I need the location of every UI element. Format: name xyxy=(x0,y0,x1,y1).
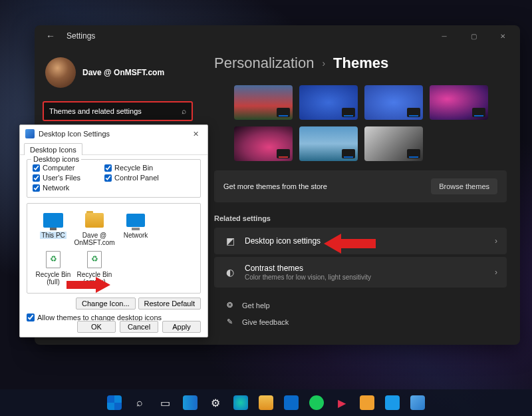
avatar xyxy=(45,57,76,88)
tab-desktop-icons[interactable]: Desktop Icons xyxy=(24,143,82,155)
apply-button[interactable]: Apply xyxy=(162,321,201,333)
taskview-icon: ▭ xyxy=(160,397,170,409)
icon-network[interactable]: Network xyxy=(115,209,156,248)
ok-button[interactable]: OK xyxy=(77,321,116,333)
link-label: Give feedback xyxy=(242,318,289,326)
feedback-icon: ✎ xyxy=(223,317,235,326)
maximize-button[interactable]: ▢ xyxy=(459,27,488,45)
contrast-themes-row[interactable]: ◐ Contrast themes Color themes for low v… xyxy=(214,257,507,288)
row-title: Contrast themes xyxy=(245,264,371,273)
svg-marker-1 xyxy=(66,277,110,293)
minimize-button[interactable]: ─ xyxy=(430,27,459,45)
search-input[interactable] xyxy=(49,107,182,115)
help-icon: ❂ xyxy=(223,301,235,310)
give-feedback-link[interactable]: ✎ Give feedback xyxy=(214,313,507,330)
dialog-titlebar: Desktop Icon Settings ✕ xyxy=(20,125,207,142)
edge-icon xyxy=(233,395,248,410)
search-icon: ⌕ xyxy=(182,106,186,116)
check-recycle-bin[interactable]: Recycle Bin xyxy=(104,164,159,172)
app-icon xyxy=(360,395,374,410)
annotation-arrow xyxy=(66,276,110,294)
related-settings-label: Related settings xyxy=(214,214,507,222)
taskbar-app[interactable] xyxy=(406,391,430,415)
breadcrumb-current: Themes xyxy=(333,55,388,72)
contrast-icon: ◐ xyxy=(223,266,237,279)
breadcrumb-parent[interactable]: Personalization xyxy=(214,55,314,72)
svg-marker-0 xyxy=(324,234,376,254)
taskbar-search[interactable]: ⌕ xyxy=(128,391,152,415)
dialog-close-button[interactable]: ✕ xyxy=(186,128,205,140)
dialog-title: Desktop Icon Settings xyxy=(39,130,110,138)
gear-icon: ⚙ xyxy=(211,397,220,409)
taskbar-explorer[interactable] xyxy=(254,391,278,415)
taskbar-edge[interactable] xyxy=(229,391,253,415)
settings-content: Personalization › Themes Get more themes… xyxy=(201,47,520,345)
close-button[interactable]: ✕ xyxy=(488,27,517,45)
change-icon-button[interactable]: Change Icon... xyxy=(76,298,136,310)
check-network[interactable]: Network xyxy=(33,184,80,192)
row-title: Desktop icon settings xyxy=(245,236,321,246)
taskbar-spotify[interactable] xyxy=(305,391,329,415)
user-profile[interactable]: Dave @ OnMSFT.com xyxy=(43,57,193,88)
folder-icon xyxy=(259,395,273,410)
desktop-icon-settings-dialog: Desktop Icon Settings ✕ Desktop Icons De… xyxy=(19,124,208,337)
taskbar-mail[interactable] xyxy=(279,391,303,415)
dialog-footer: OK Cancel Apply xyxy=(77,321,201,333)
theme-thumbnail[interactable] xyxy=(364,126,423,161)
theme-thumbnail[interactable] xyxy=(234,126,293,161)
themes-store-row: Get more themes from the store Browse th… xyxy=(214,170,507,202)
theme-thumbnail[interactable] xyxy=(364,85,423,120)
mail-icon xyxy=(284,395,299,410)
cancel-button[interactable]: Cancel xyxy=(120,321,158,333)
window-titlebar: ← Settings ─ ▢ ✕ xyxy=(35,25,520,47)
check-users-files[interactable]: User's Files xyxy=(33,174,80,182)
theme-thumbnail[interactable] xyxy=(299,85,358,120)
spotify-icon xyxy=(309,395,324,410)
get-help-link[interactable]: ❂ Get help xyxy=(214,297,507,313)
dialog-icon xyxy=(25,129,35,138)
theme-thumbnail[interactable] xyxy=(430,85,488,120)
dialog-tabs: Desktop Icons xyxy=(20,142,207,155)
annotation-arrow xyxy=(324,232,376,255)
chevron-right-icon: › xyxy=(322,58,325,69)
taskbar-taskview[interactable]: ▭ xyxy=(153,391,177,415)
twitter-icon xyxy=(385,395,400,410)
widgets-icon xyxy=(183,395,198,410)
taskbar: ⌕ ▭ ⚙ ▶ xyxy=(0,389,532,416)
store-label: Get more themes from the store xyxy=(223,182,327,190)
group-label: Desktop icons xyxy=(31,155,81,163)
check-control-panel[interactable]: Control Panel xyxy=(104,174,159,182)
settings-search[interactable]: ⌕ xyxy=(43,101,193,121)
restore-default-button[interactable]: Restore Default xyxy=(138,298,201,310)
desktop-icons-group: Desktop icons Computer User's Files Netw… xyxy=(27,159,201,198)
search-icon: ⌕ xyxy=(136,397,143,409)
windows-icon xyxy=(107,395,122,410)
theme-thumbnail[interactable] xyxy=(299,126,358,161)
breadcrumb: Personalization › Themes xyxy=(214,55,507,72)
window-title: Settings xyxy=(66,31,95,41)
taskbar-app[interactable] xyxy=(355,391,379,415)
browse-themes-button[interactable]: Browse themes xyxy=(431,178,497,194)
start-button[interactable] xyxy=(102,391,126,415)
user-name: Dave @ OnMSFT.com xyxy=(82,68,164,77)
row-subtitle: Color themes for low vision, light sensi… xyxy=(245,274,371,281)
taskbar-widgets[interactable] xyxy=(178,391,202,415)
chevron-right-icon: › xyxy=(495,268,497,277)
chevron-right-icon: › xyxy=(495,236,497,246)
icon-user-folder[interactable]: Dave @ OnMSFT.com xyxy=(74,209,115,248)
theme-thumbnail[interactable] xyxy=(234,85,293,120)
taskbar-app[interactable]: ▶ xyxy=(330,391,354,415)
link-label: Get help xyxy=(242,302,270,310)
themes-grid xyxy=(234,85,507,161)
icon-preview-grid: This PC Dave @ OnMSFT.com Network Recycl… xyxy=(27,203,201,294)
taskbar-twitter[interactable] xyxy=(380,391,404,415)
check-computer[interactable]: Computer xyxy=(33,164,80,172)
app-icon xyxy=(410,395,425,410)
back-button[interactable]: ← xyxy=(45,31,56,41)
icon-this-pc[interactable]: This PC xyxy=(33,209,74,248)
play-icon: ▶ xyxy=(338,397,346,409)
taskbar-settings[interactable]: ⚙ xyxy=(203,391,227,415)
desktop-icon-settings-icon: ◩ xyxy=(223,234,237,248)
